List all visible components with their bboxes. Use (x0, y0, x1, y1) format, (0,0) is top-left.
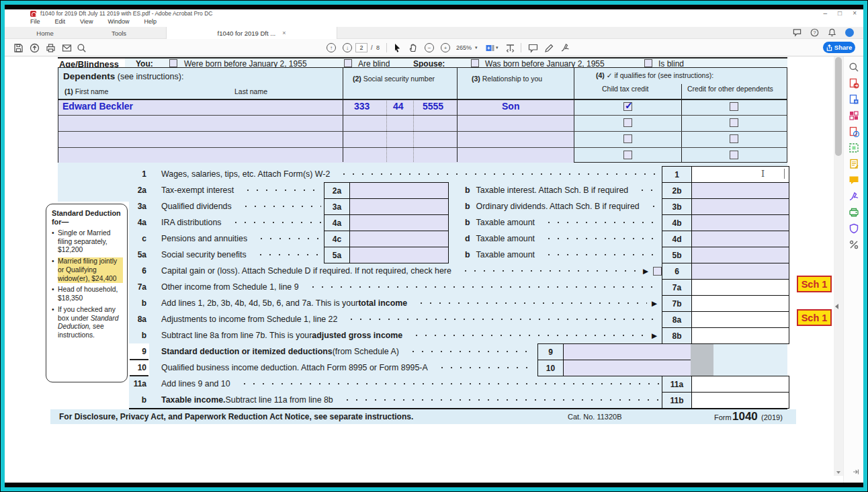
zoom-in-icon[interactable]: + (440, 42, 451, 53)
save-icon[interactable] (13, 42, 24, 53)
prepare-form-icon[interactable] (849, 159, 859, 169)
check-mark: ✓ (625, 100, 633, 111)
organize-pages-icon[interactable] (849, 142, 859, 153)
field-3b[interactable] (691, 198, 789, 215)
ctc-checkbox-row4[interactable] (623, 151, 632, 159)
cod-checkbox-row3[interactable] (730, 134, 738, 143)
cod-checkbox-row4[interactable] (730, 151, 738, 159)
maximize-button[interactable]: □ (838, 9, 842, 17)
field-8a[interactable] (691, 311, 789, 328)
comment-panel-icon[interactable] (793, 28, 801, 37)
tab-document[interactable]: f1040 for 2019 Dft ... × (166, 27, 337, 39)
close-button[interactable]: × (853, 9, 857, 17)
cod-checkbox-row2[interactable] (730, 118, 738, 127)
edit-pdf-icon[interactable] (849, 126, 859, 137)
protect-icon[interactable] (849, 223, 859, 234)
find-icon[interactable] (76, 42, 87, 53)
field-2a[interactable] (349, 182, 449, 199)
field-1[interactable] (691, 166, 789, 183)
fill-sign-icon[interactable] (849, 191, 859, 202)
field-10[interactable] (563, 360, 691, 376)
fill-sign-pencil-icon[interactable] (544, 42, 554, 53)
zoom-out-icon[interactable]: − (424, 42, 435, 53)
share-button[interactable]: Share (823, 42, 855, 53)
field-11a[interactable] (691, 376, 789, 393)
dependent-ssn1-field[interactable]: 333 (354, 101, 370, 112)
zoom-dropdown-icon[interactable]: ▾ (475, 45, 478, 50)
menu-help[interactable]: Help (144, 18, 157, 27)
line-6-checkbox[interactable] (653, 267, 662, 276)
menu-file[interactable]: File (30, 18, 40, 27)
combine-files-icon[interactable] (849, 110, 859, 121)
menu-window[interactable]: Window (107, 18, 129, 27)
field-6[interactable] (691, 263, 789, 280)
page-number-input[interactable]: 2 (355, 43, 367, 52)
sch1-link-bottom[interactable]: Sch 1 (797, 309, 832, 326)
box-4d: 4d (662, 231, 692, 247)
spouse-born-before-checkbox[interactable] (471, 59, 479, 67)
create-pdf-icon[interactable] (849, 94, 859, 105)
email-icon[interactable] (61, 42, 72, 53)
dependent-ssn3-field[interactable]: 5555 (423, 101, 443, 112)
box-3a: 3a (324, 198, 350, 215)
tab-close-icon[interactable]: × (282, 30, 286, 36)
zoom-level[interactable]: 265% (456, 44, 472, 51)
search-icon[interactable] (849, 62, 859, 73)
scrollbar-thumb[interactable] (835, 57, 842, 156)
field-5a[interactable] (349, 247, 449, 263)
signature-icon[interactable] (560, 42, 570, 53)
notifications-bell-icon[interactable] (828, 28, 836, 37)
scroll-down-arrow-icon[interactable] (836, 471, 840, 474)
field-8b[interactable] (691, 327, 789, 344)
col-last-name: Last name (234, 87, 267, 95)
expand-panel-icon[interactable] (852, 466, 860, 479)
selection-mode-dropdown-icon[interactable]: ▾ (496, 45, 498, 50)
you-born-before-checkbox[interactable] (169, 59, 177, 67)
minimize-button[interactable]: – (824, 9, 828, 17)
field-3a[interactable] (349, 198, 449, 215)
field-7b[interactable] (691, 295, 789, 312)
box-7b: 7b (662, 295, 692, 312)
previous-page-icon[interactable]: ↑ (326, 42, 337, 53)
field-11b[interactable] (691, 392, 789, 409)
ctc-checkbox-row2[interactable] (623, 118, 632, 127)
comment-tool-icon[interactable] (527, 42, 538, 53)
menu-view[interactable]: View (80, 18, 93, 27)
field-4b[interactable] (691, 214, 789, 231)
cloud-upload-icon[interactable] (29, 42, 40, 53)
dependent-relationship-field[interactable]: Son (502, 101, 519, 112)
more-tools-icon[interactable] (849, 239, 859, 250)
shaded-unused-area (691, 343, 713, 376)
ctc-checkbox-row3[interactable] (623, 134, 632, 143)
comment-icon[interactable] (849, 175, 859, 186)
field-4a[interactable] (349, 214, 449, 231)
field-5b[interactable] (691, 247, 789, 263)
field-2b[interactable] (691, 182, 789, 199)
tab-tools[interactable]: Tools (92, 27, 146, 39)
hand-tool-icon[interactable] (408, 42, 419, 53)
select-tool-icon[interactable] (392, 42, 402, 53)
field-4c[interactable] (349, 231, 449, 247)
export-pdf-icon[interactable] (849, 78, 859, 89)
dependent-name-field[interactable]: Edward Beckler (62, 101, 133, 112)
page-fit-icon[interactable] (505, 42, 515, 53)
user-avatar[interactable] (845, 28, 854, 37)
print-icon[interactable] (45, 42, 56, 53)
box-8b: 8b (662, 327, 692, 344)
sch1-link-top[interactable]: Sch 1 (797, 276, 832, 292)
dependent-ssn2-field[interactable]: 44 (393, 101, 404, 112)
vertical-scrollbar[interactable] (834, 56, 843, 476)
field-4d[interactable] (691, 231, 789, 247)
scan-ocr-icon[interactable] (849, 207, 859, 218)
next-page-icon[interactable]: ↓ (342, 42, 353, 53)
you-blind-checkbox[interactable] (344, 59, 352, 67)
help-icon[interactable]: ? (810, 28, 819, 37)
cod-checkbox-row1[interactable] (730, 102, 738, 111)
field-7a[interactable] (691, 279, 789, 296)
selection-mode-icon[interactable] (484, 42, 495, 53)
spouse-blind-checkbox[interactable] (644, 59, 652, 67)
menu-edit[interactable]: Edit (55, 18, 66, 27)
tab-home[interactable]: Home (18, 27, 72, 39)
field-9[interactable] (563, 343, 691, 360)
collapse-panel-arrow-icon[interactable] (835, 304, 838, 309)
